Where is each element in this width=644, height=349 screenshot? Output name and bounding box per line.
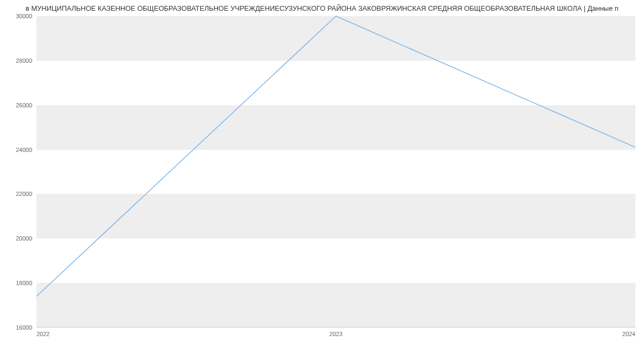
y-tick-label: 30000: [16, 13, 32, 19]
data-series-line: [36, 16, 635, 296]
y-tick-label: 24000: [16, 147, 32, 153]
x-tick-label: 2024: [623, 331, 635, 337]
y-tick-label: 26000: [16, 102, 32, 108]
y-tick-label: 28000: [16, 57, 32, 64]
y-tick-label: 22000: [16, 191, 32, 197]
x-tick-label: 2022: [36, 331, 49, 337]
line-chart-svg: [36, 16, 635, 328]
x-tick-label: 2023: [330, 331, 342, 337]
chart-container: в МУНИЦИПАЛЬНОЕ КАЗЕННОЕ ОБЩЕОБРАЗОВАТЕЛ…: [0, 0, 644, 349]
y-tick-label: 20000: [16, 235, 32, 242]
chart-title: в МУНИЦИПАЛЬНОЕ КАЗЕННОЕ ОБЩЕОБРАЗОВАТЕЛ…: [0, 4, 644, 12]
y-tick-label: 16000: [16, 324, 32, 331]
y-tick-label: 18000: [16, 280, 32, 286]
plot-area: 1600018000200002200024000260002800030000…: [36, 16, 635, 328]
